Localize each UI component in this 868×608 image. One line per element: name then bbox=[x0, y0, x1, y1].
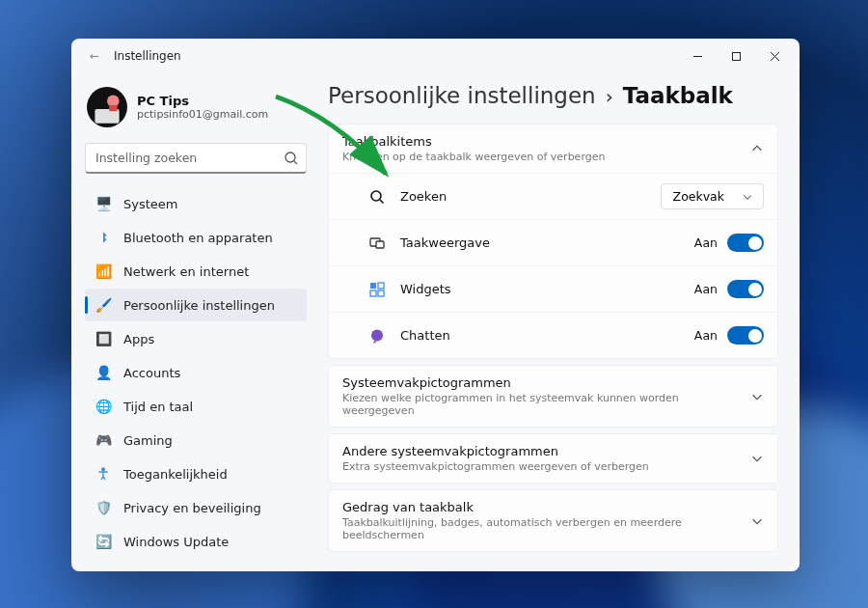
search-input[interactable] bbox=[85, 143, 307, 174]
nav-accounts[interactable]: 👤Accounts bbox=[85, 356, 307, 389]
svg-point-15 bbox=[371, 329, 383, 341]
shield-icon: 🛡️ bbox=[95, 499, 112, 516]
avatar bbox=[87, 87, 127, 127]
monitor-icon: 🖥️ bbox=[95, 195, 112, 212]
nav-windows-update[interactable]: 🔄Windows Update bbox=[85, 525, 307, 558]
svg-rect-1 bbox=[732, 52, 740, 60]
section-other-tray-icons: Andere systeemvakpictogrammen Extra syst… bbox=[328, 433, 778, 484]
nav-network[interactable]: 📶Netwerk en internet bbox=[85, 255, 307, 288]
chevron-down-icon bbox=[750, 390, 764, 403]
widgets-toggle[interactable] bbox=[727, 280, 764, 298]
section-taskbar-behavior-header[interactable]: Gedrag van taakbalk Taakbalkuitlijning, … bbox=[329, 490, 777, 551]
search-mode-dropdown[interactable]: Zoekvak bbox=[661, 183, 764, 209]
maximize-button[interactable] bbox=[717, 41, 755, 70]
svg-rect-12 bbox=[378, 283, 384, 289]
bluetooth-icon bbox=[95, 229, 112, 246]
svg-line-8 bbox=[380, 200, 384, 204]
nav-personalization[interactable]: 🖌️Persoonlijke instellingen bbox=[85, 289, 307, 321]
chat-toggle[interactable] bbox=[727, 326, 764, 345]
row-taskview: Taakweergave Aan bbox=[329, 219, 777, 265]
breadcrumb: Persoonlijke instellingen › Taakbalk bbox=[328, 83, 778, 108]
profile-block[interactable]: PC Tips pctipsinfo01@gmail.com bbox=[85, 81, 307, 141]
svg-point-4 bbox=[285, 152, 295, 162]
nav-accessibility[interactable]: Toegankelijkheid bbox=[85, 457, 307, 490]
nav-apps[interactable]: 🔲Apps bbox=[85, 322, 307, 355]
svg-point-7 bbox=[371, 191, 381, 201]
accessibility-icon bbox=[95, 465, 112, 483]
main-content: Persoonlijke instellingen › Taakbalk Taa… bbox=[316, 73, 800, 571]
chevron-up-icon bbox=[750, 142, 764, 155]
nav-bluetooth[interactable]: Bluetooth en apparaten bbox=[85, 221, 307, 254]
settings-window: ← Instellingen PC Tips pctipsinfo01@gmai… bbox=[71, 39, 800, 571]
search-icon bbox=[367, 187, 387, 207]
section-tray-icons-header[interactable]: Systeemvakpictogrammen Kiezen welke pict… bbox=[329, 366, 777, 427]
svg-rect-14 bbox=[378, 290, 384, 296]
gamepad-icon: 🎮 bbox=[95, 431, 112, 449]
svg-line-5 bbox=[294, 161, 297, 164]
row-widgets: Widgets Aan bbox=[329, 265, 777, 312]
nav-privacy[interactable]: 🛡️Privacy en beveiliging bbox=[85, 491, 307, 524]
breadcrumb-current: Taakbalk bbox=[623, 83, 733, 108]
person-icon: 👤 bbox=[95, 364, 112, 381]
svg-point-6 bbox=[102, 468, 105, 471]
sidebar: PC Tips pctipsinfo01@gmail.com 🖥️Systeem… bbox=[71, 73, 316, 571]
titlebar: ← Instellingen bbox=[71, 39, 800, 73]
minimize-button[interactable] bbox=[678, 41, 717, 70]
globe-icon: 🌐 bbox=[95, 398, 112, 415]
chevron-down-icon bbox=[750, 514, 764, 528]
window-title: Instellingen bbox=[114, 49, 181, 63]
chevron-down-icon bbox=[750, 452, 764, 465]
section-tray-icons: Systeemvakpictogrammen Kiezen welke pict… bbox=[328, 365, 778, 428]
profile-name: PC Tips bbox=[137, 94, 268, 108]
taskview-icon bbox=[367, 234, 387, 253]
section-other-tray-icons-header[interactable]: Andere systeemvakpictogrammen Extra syst… bbox=[329, 434, 777, 483]
breadcrumb-sep: › bbox=[606, 85, 613, 108]
nav-system[interactable]: 🖥️Systeem bbox=[85, 187, 307, 220]
paintbrush-icon: 🖌️ bbox=[95, 296, 112, 314]
svg-rect-10 bbox=[376, 241, 384, 248]
svg-rect-13 bbox=[370, 290, 376, 296]
nav-list: 🖥️Systeem Bluetooth en apparaten 📶Netwer… bbox=[85, 187, 307, 558]
widgets-icon bbox=[367, 280, 387, 299]
taskview-toggle[interactable] bbox=[727, 234, 764, 252]
row-search: Zoeken Zoekvak bbox=[329, 173, 777, 219]
section-taskbar-behavior: Gedrag van taakbalk Taakbalkuitlijning, … bbox=[328, 489, 778, 552]
wifi-icon: 📶 bbox=[95, 263, 112, 280]
close-button[interactable] bbox=[755, 41, 794, 70]
apps-icon: 🔲 bbox=[95, 330, 112, 347]
breadcrumb-parent[interactable]: Persoonlijke instellingen bbox=[328, 83, 596, 108]
nav-time-language[interactable]: 🌐Tijd en taal bbox=[85, 390, 307, 423]
svg-rect-11 bbox=[370, 283, 376, 289]
chevron-down-icon bbox=[742, 191, 753, 203]
profile-email: pctipsinfo01@gmail.com bbox=[137, 108, 268, 121]
row-chat: Chatten Aan bbox=[329, 312, 777, 358]
back-button[interactable]: ← bbox=[85, 49, 104, 63]
section-taskbar-items: Taakbalkitems Knoppen op de taakbalk wee… bbox=[328, 124, 778, 359]
section-taskbar-items-header[interactable]: Taakbalkitems Knoppen op de taakbalk wee… bbox=[329, 124, 777, 173]
update-icon: 🔄 bbox=[95, 533, 112, 550]
nav-gaming[interactable]: 🎮Gaming bbox=[85, 424, 307, 456]
search-icon bbox=[284, 151, 299, 166]
chat-icon bbox=[367, 326, 387, 345]
